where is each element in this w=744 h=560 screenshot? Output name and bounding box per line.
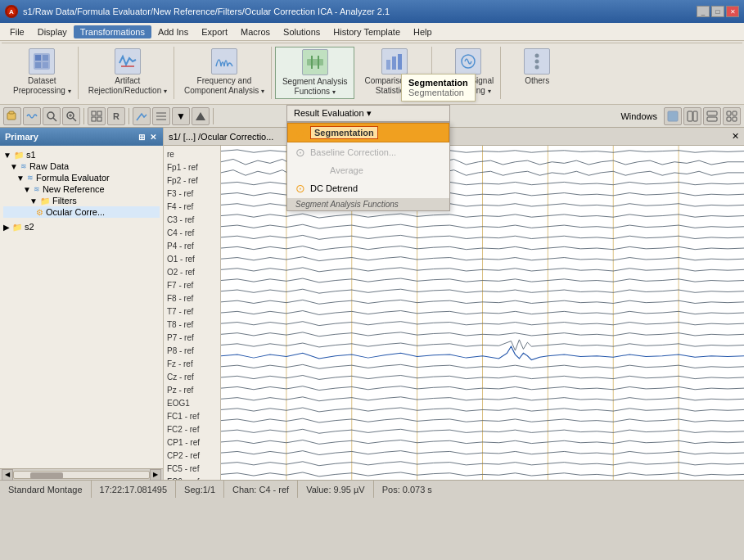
- ribbon-segment-analysis[interactable]: Segment AnalysisFunctions ▾: [275, 47, 355, 99]
- tree-label-filters: Filters: [52, 196, 77, 205]
- ribbon: DatasetPreprocessing ▾ ArtifactRejection…: [0, 41, 744, 105]
- svg-rect-13: [398, 54, 402, 70]
- tb-window3-btn[interactable]: [703, 107, 721, 125]
- tb-lines-btn[interactable]: [152, 107, 170, 125]
- result-evaluation-dropdown[interactable]: Result Evaluation ▾: [286, 105, 450, 122]
- baseline-icon: ⊙: [295, 146, 305, 159]
- scroll-right-arrow[interactable]: ▶: [150, 469, 161, 481]
- tb-waves-btn[interactable]: [23, 107, 41, 125]
- expand-icon-newref: ▼: [23, 185, 31, 194]
- tb-search-btn[interactable]: [43, 107, 61, 125]
- ribbon-content: DatasetPreprocessing ▾ ArtifactRejection…: [2, 43, 742, 102]
- ch-c4: C4 - ref: [164, 226, 220, 239]
- svg-rect-39: [727, 111, 731, 115]
- segmentation-icon: ⊙: [295, 126, 305, 139]
- titlebar: A s1/Raw Data/Formula Evaluator/New Refe…: [0, 0, 744, 23]
- menu-transformations[interactable]: Transformations: [74, 25, 151, 38]
- dropdown-segmentation[interactable]: ⊙ Segmentation: [287, 123, 449, 142]
- tree-label-s1: s1: [26, 150, 36, 160]
- tree-item-s2[interactable]: ▶ 📁 s2: [3, 221, 160, 233]
- waves-icon-rawdata: ≋: [20, 162, 27, 170]
- tree-item-formula[interactable]: ▼ ≋ Formula Evaluator: [3, 172, 160, 183]
- svg-rect-36: [693, 111, 697, 121]
- ch-c3: C3 - ref: [164, 213, 220, 226]
- dropdown-overlay: Result Evaluation ▾ ⊙ Segmentation ⊙ Bas…: [286, 105, 450, 211]
- tree-item-rawdata[interactable]: ▼ ≋ Raw Data: [3, 160, 160, 172]
- waves-icon-formula: ≋: [27, 174, 34, 182]
- tree-hscrollbar[interactable]: ◀ ▶: [0, 468, 163, 480]
- svg-rect-4: [43, 55, 48, 61]
- tree-item-ocular[interactable]: ⚙ Ocular Corre...: [3, 206, 160, 218]
- panel-close-btn[interactable]: ✕: [148, 133, 158, 142]
- menu-history[interactable]: History Template: [327, 25, 407, 38]
- tree-item-filters[interactable]: ▼ 📁 Filters: [3, 195, 160, 206]
- close-button[interactable]: ✕: [726, 6, 739, 17]
- scroll-thumb[interactable]: [30, 472, 63, 479]
- dropdown-section-header: Segment Analysis Functions: [287, 198, 449, 210]
- ch-fc6: FC6 - ref: [164, 475, 220, 480]
- tb-window1-btn[interactable]: [664, 107, 682, 125]
- menu-display[interactable]: Display: [31, 25, 74, 38]
- tb-arrow-down-btn[interactable]: ▼: [172, 107, 190, 125]
- svg-rect-37: [707, 111, 717, 115]
- ribbon-dataset-preprocessing[interactable]: DatasetPreprocessing ▾: [7, 47, 79, 99]
- signal-area: s1/ [...] /Ocular Correctio... ✕ re Fp1 …: [164, 128, 744, 480]
- frequency-analysis-icon: [211, 48, 237, 75]
- menu-help[interactable]: Help: [407, 25, 439, 38]
- ribbon-others[interactable]: Others: [504, 47, 570, 99]
- menu-file[interactable]: File: [3, 25, 31, 38]
- toolbar2: R ▼ Result Evaluation ▾ ⊙ Segmentation ⊙…: [0, 105, 744, 128]
- menu-solutions[interactable]: Solutions: [277, 25, 327, 38]
- folder-icon-s1: 📁: [14, 151, 24, 160]
- ch-o1: O1 - ref: [164, 252, 220, 265]
- dropdown-dc-detrend[interactable]: ⊙ DC Detrend: [287, 178, 449, 198]
- scroll-track[interactable]: [13, 471, 150, 479]
- tb-window2-btn[interactable]: [683, 107, 701, 125]
- dropdown-menu: ⊙ Segmentation ⊙ Baseline Correction... …: [286, 122, 450, 211]
- ch-p7: P7 - ref: [164, 331, 220, 344]
- channel-labels: re Fp1 - ref Fp2 - ref F3 - ref F4 - ref…: [164, 146, 221, 480]
- tb-r-btn[interactable]: R: [107, 107, 125, 125]
- signal-path: s1/ [...] /Ocular Correctio...: [169, 132, 273, 142]
- folder-icon-filters: 📁: [40, 196, 50, 205]
- status-time: 17:22:17.081495: [92, 481, 177, 498]
- expand-icon-formula: ▼: [16, 174, 25, 183]
- ch-fp1: Fp1 - ref: [164, 160, 220, 174]
- ch-f8: F8 - ref: [164, 291, 220, 305]
- tb-window4-btn[interactable]: [723, 107, 741, 125]
- ch-f7: F7 - ref: [164, 278, 220, 291]
- artifact-rejection-label: ArtifactRejection/Reduction ▾: [88, 76, 167, 96]
- scroll-left-arrow[interactable]: ◀: [2, 469, 13, 481]
- ch-fp2: Fp2 - ref: [164, 174, 220, 187]
- svg-rect-19: [9, 111, 14, 114]
- tb-open-btn[interactable]: [3, 107, 21, 125]
- menu-addins[interactable]: Add Ins: [151, 25, 195, 38]
- signal-close-btn[interactable]: ✕: [732, 131, 739, 142]
- ch-cz: Cz - ref: [164, 370, 220, 383]
- tb-spectrum-btn[interactable]: [133, 107, 151, 125]
- tb-grid-btn[interactable]: [88, 107, 106, 125]
- ribbon-frequency-analysis[interactable]: Frequency andComponent Analysis ▾: [178, 47, 272, 99]
- seg-tooltip-subtitle: Segmentation: [408, 88, 468, 97]
- waves-icon-newref: ≋: [34, 185, 40, 193]
- svg-rect-38: [707, 117, 717, 121]
- ribbon-artifact-rejection[interactable]: ArtifactRejection/Reduction ▾: [82, 47, 174, 99]
- minimize-button[interactable]: _: [697, 6, 710, 17]
- ch-f3: F3 - ref: [164, 187, 220, 200]
- tree-item-newref[interactable]: ▼ ≋ New Reference: [3, 183, 160, 195]
- svg-rect-26: [92, 111, 96, 115]
- tb-zoom-in-btn[interactable]: [62, 107, 80, 125]
- tree-item-s1[interactable]: ▼ 📁 s1: [3, 149, 160, 160]
- svg-rect-29: [97, 117, 101, 121]
- menu-export[interactable]: Export: [195, 25, 234, 38]
- tb-arrow-up-btn[interactable]: [192, 107, 210, 125]
- restore-button[interactable]: □: [711, 6, 724, 17]
- tree-label-formula: Formula Evaluator: [36, 173, 110, 183]
- panel-float-btn[interactable]: ⊞: [137, 133, 147, 142]
- svg-point-15: [535, 54, 539, 58]
- right-toolbar: Windows: [615, 107, 741, 125]
- dataset-preprocessing-icon: [29, 48, 55, 75]
- menu-macros[interactable]: Macros: [234, 25, 277, 38]
- ch-pz: Pz - ref: [164, 383, 220, 396]
- segment-analysis-icon: [302, 49, 328, 75]
